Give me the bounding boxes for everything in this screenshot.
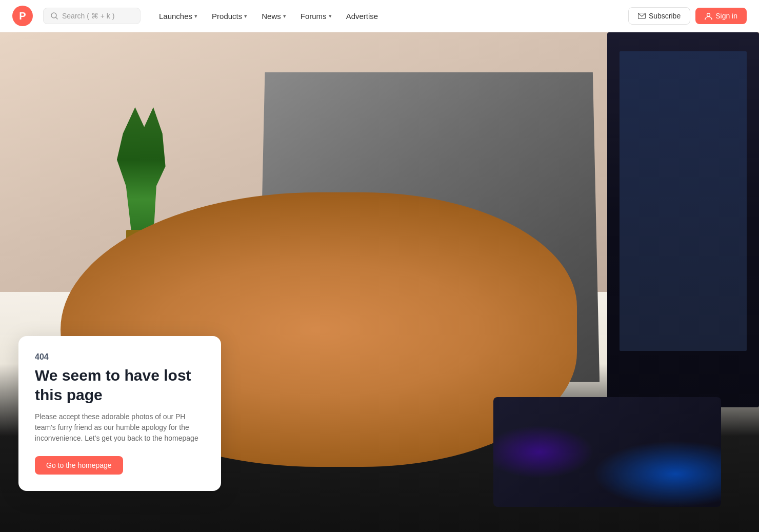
email-icon [638, 13, 646, 19]
search-icon [51, 12, 58, 19]
nav-item-forums[interactable]: Forums ▾ [294, 8, 338, 25]
subscribe-label: Subscribe [649, 12, 681, 20]
subscribe-button[interactable]: Subscribe [628, 7, 690, 25]
search-placeholder: Search ( ⌘ + k ) [62, 12, 114, 20]
nav-label-launches: Launches [159, 12, 192, 21]
signin-button[interactable]: Sign in [695, 8, 747, 24]
nav-label-products: Products [212, 12, 242, 21]
nav-label-news: News [262, 12, 281, 21]
logo-circle: P [12, 6, 33, 26]
chevron-down-icon: ▾ [329, 13, 332, 19]
user-icon [705, 12, 712, 20]
navbar: P Search ( ⌘ + k ) Launches ▾ Products ▾… [0, 0, 759, 32]
nav-item-products[interactable]: Products ▾ [206, 8, 253, 25]
monitor [607, 32, 759, 407]
go-to-homepage-button[interactable]: Go to the homepage [35, 456, 123, 475]
chevron-down-icon: ▾ [244, 13, 247, 19]
signin-label: Sign in [715, 12, 737, 20]
nav-actions: Subscribe Sign in [628, 7, 747, 25]
error-description: Please accept these adorable photos of o… [35, 411, 205, 444]
chevron-down-icon: ▾ [283, 13, 286, 19]
search-bar[interactable]: Search ( ⌘ + k ) [43, 8, 141, 24]
error-card: 404 We seem to have lost this page Pleas… [18, 336, 221, 491]
error-code: 404 [35, 352, 205, 362]
nav-links: Launches ▾ Products ▾ News ▾ Forums ▾ Ad… [153, 8, 624, 25]
nav-label-forums: Forums [301, 12, 327, 21]
nav-label-advertise: Advertise [346, 12, 378, 21]
chevron-down-icon: ▾ [194, 13, 197, 19]
hero-section: 404 We seem to have lost this page Pleas… [0, 32, 759, 532]
svg-line-1 [56, 17, 57, 19]
nav-item-news[interactable]: News ▾ [255, 8, 292, 25]
nav-item-launches[interactable]: Launches ▾ [153, 8, 204, 25]
keyboard-rgb-glow [493, 397, 721, 507]
logo[interactable]: P [12, 6, 33, 26]
nav-item-advertise[interactable]: Advertise [340, 8, 385, 25]
monitor-screen [620, 51, 747, 351]
keyboard [493, 397, 721, 507]
svg-point-3 [707, 13, 710, 16]
error-title: We seem to have lost this page [35, 366, 205, 404]
